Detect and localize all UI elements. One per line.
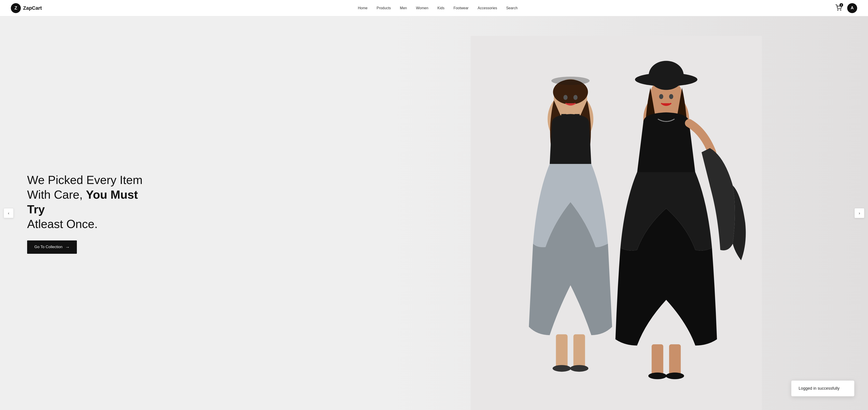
svg-point-18 [649, 61, 684, 90]
nav-item-products[interactable]: Products [377, 6, 391, 10]
nav-link-accessories[interactable]: Accessories [477, 6, 497, 10]
toast-notification: Logged in successfully [791, 380, 855, 397]
svg-point-21 [648, 373, 666, 379]
svg-point-14 [551, 77, 590, 85]
nav-link-search[interactable]: Search [506, 6, 518, 10]
svg-rect-20 [669, 344, 681, 375]
nav-item-men[interactable]: Men [400, 6, 407, 10]
svg-point-0 [837, 10, 838, 10]
nav-link-products[interactable]: Products [377, 6, 391, 10]
hero-content: We Picked Every Item With Care, You Must… [0, 173, 147, 254]
navbar-actions: 2 A [834, 3, 857, 13]
fashion-illustration [471, 36, 762, 410]
hero-image [365, 16, 868, 410]
svg-point-1 [840, 10, 841, 10]
hero-headline-line3: Atleast Once. [27, 217, 98, 231]
brand-logo-icon: Z [11, 3, 21, 13]
nav-item-accessories[interactable]: Accessories [477, 6, 497, 10]
hero-headline-line1: We Picked Every Item [27, 173, 143, 186]
toast-message: Logged in successfully [799, 386, 839, 390]
nav-link-women[interactable]: Women [416, 6, 428, 10]
nav-links: Home Products Men Women Kids Footwear Ac… [358, 6, 518, 10]
nav-link-home[interactable]: Home [358, 6, 368, 10]
navbar: Z ZapCart Home Products Men Women Kids F… [0, 0, 868, 16]
svg-point-11 [570, 365, 588, 372]
nav-link-footwear[interactable]: Footwear [454, 6, 469, 10]
brand-logo-link[interactable]: Z ZapCart [11, 3, 42, 13]
hero-section: ‹ We Picked Every Item With Care, You Mu… [0, 16, 868, 410]
nav-item-search[interactable]: Search [506, 6, 518, 10]
chevron-right-icon: › [859, 211, 860, 216]
svg-point-23 [659, 94, 663, 99]
svg-point-12 [563, 95, 567, 100]
svg-rect-19 [652, 344, 663, 375]
svg-rect-7 [575, 114, 580, 123]
slider-next-button[interactable]: › [855, 208, 864, 218]
user-avatar[interactable]: A [847, 3, 857, 13]
nav-item-women[interactable]: Women [416, 6, 428, 10]
svg-rect-6 [561, 114, 566, 123]
nav-item-footwear[interactable]: Footwear [454, 6, 469, 10]
cta-button[interactable]: Go To Collection → [27, 240, 77, 254]
svg-point-24 [669, 94, 673, 99]
svg-rect-8 [556, 334, 567, 368]
slider-prev-button[interactable]: ‹ [4, 208, 13, 218]
svg-point-13 [574, 95, 578, 100]
cart-button[interactable]: 2 [834, 3, 844, 13]
nav-item-home[interactable]: Home [358, 6, 368, 10]
arrow-right-icon: → [65, 244, 70, 250]
brand-name: ZapCart [23, 5, 42, 11]
nav-item-kids[interactable]: Kids [437, 6, 444, 10]
svg-point-22 [666, 373, 684, 379]
chevron-left-icon: ‹ [8, 211, 9, 216]
nav-link-men[interactable]: Men [400, 6, 407, 10]
svg-rect-9 [574, 334, 585, 368]
hero-headline-line2-normal: With Care, [27, 188, 86, 201]
nav-link-kids[interactable]: Kids [437, 6, 444, 10]
svg-point-10 [553, 365, 571, 372]
cta-label: Go To Collection [34, 245, 62, 249]
hero-headline: We Picked Every Item With Care, You Must… [27, 173, 147, 231]
cart-badge: 2 [839, 3, 843, 7]
